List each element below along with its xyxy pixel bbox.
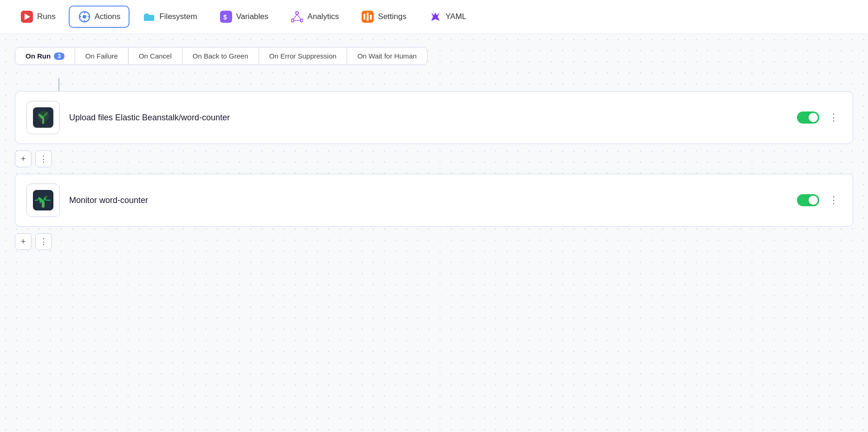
action-menu-2[interactable]: ⋮ — [826, 193, 842, 207]
nav-label-actions: Actions — [95, 12, 121, 21]
svg-point-3 — [83, 15, 86, 19]
runs-icon — [20, 10, 33, 23]
action-toggle-1[interactable] — [797, 111, 819, 124]
analytics-icon — [291, 10, 304, 23]
action-label-2: Monitor word-counter — [69, 196, 788, 205]
tab-on-cancel[interactable]: On Cancel — [129, 47, 182, 65]
action-controls-2: ⋮ — [797, 193, 842, 207]
action-icon-box-2 — [26, 183, 60, 217]
nav-label-settings: Settings — [378, 12, 406, 21]
add-button-1[interactable]: + — [15, 151, 32, 167]
nav-label-runs: Runs — [37, 12, 56, 21]
connector-line-top — [58, 78, 59, 91]
svg-point-10 — [296, 12, 298, 14]
action-card-2: Monitor word-counter ⋮ — [15, 174, 853, 227]
nav-item-yaml[interactable]: YAML — [420, 6, 476, 28]
svg-text:$: $ — [223, 13, 227, 21]
svg-rect-18 — [367, 13, 369, 21]
nav-item-analytics[interactable]: Analytics — [281, 6, 348, 28]
nav-label-filesystem: Filesystem — [159, 12, 197, 21]
nav-item-actions[interactable]: Actions — [69, 6, 130, 28]
svg-rect-19 — [370, 15, 372, 20]
action-label-1: Upload files Elastic Beanstalk/word-coun… — [69, 113, 788, 123]
nav-item-variables[interactable]: $ Variables — [210, 6, 278, 28]
add-menu-1[interactable]: ⋮ — [35, 151, 52, 167]
tab-on-run[interactable]: On Run 3 — [15, 47, 75, 65]
variables-icon: $ — [220, 10, 233, 23]
tab-on-wait-for-human-label: On Wait for Human — [357, 52, 417, 60]
add-menu-2[interactable]: ⋮ — [35, 233, 52, 250]
action-toggle-2[interactable] — [797, 194, 819, 206]
action-controls-1: ⋮ — [797, 111, 842, 124]
svg-line-13 — [293, 14, 297, 19]
tab-on-run-label: On Run — [26, 52, 51, 60]
nav-label-yaml: YAML — [446, 12, 466, 21]
actions-icon — [78, 10, 91, 23]
add-row-2: + ⋮ — [15, 227, 853, 256]
svg-rect-17 — [363, 14, 365, 20]
tab-on-error-suppression-label: On Error Suppression — [269, 52, 337, 60]
tab-on-back-to-green-label: On Back to Green — [193, 52, 248, 60]
action-icon-box-1 — [26, 101, 60, 134]
tab-on-back-to-green[interactable]: On Back to Green — [182, 47, 259, 65]
tab-on-failure[interactable]: On Failure — [75, 47, 129, 65]
tab-on-run-badge: 3 — [54, 52, 65, 60]
add-row-1: + ⋮ — [15, 144, 853, 174]
tab-on-error-suppression[interactable]: On Error Suppression — [259, 47, 347, 65]
tabs-bar: On Run 3 On Failure On Cancel On Back to… — [15, 47, 428, 65]
yaml-icon — [429, 10, 442, 23]
tab-on-cancel-label: On Cancel — [139, 52, 172, 60]
tab-on-wait-for-human[interactable]: On Wait for Human — [347, 47, 427, 65]
nav-item-settings[interactable]: Settings — [352, 6, 415, 28]
action-menu-1[interactable]: ⋮ — [826, 111, 842, 124]
action-card-1: Upload files Elastic Beanstalk/word-coun… — [15, 91, 853, 144]
settings-icon — [361, 10, 374, 23]
top-navigation: Runs Actions Filesystem — [0, 0, 868, 34]
nav-label-analytics: Analytics — [307, 12, 339, 21]
nav-label-variables: Variables — [236, 12, 269, 21]
filesystem-icon — [143, 10, 155, 23]
main-content: On Run 3 On Failure On Cancel On Back to… — [0, 34, 868, 432]
add-button-2[interactable]: + — [15, 233, 32, 250]
nav-item-filesystem[interactable]: Filesystem — [133, 6, 206, 28]
svg-line-14 — [297, 14, 301, 19]
tab-on-failure-label: On Failure — [85, 52, 118, 60]
nav-item-runs[interactable]: Runs — [11, 6, 65, 28]
